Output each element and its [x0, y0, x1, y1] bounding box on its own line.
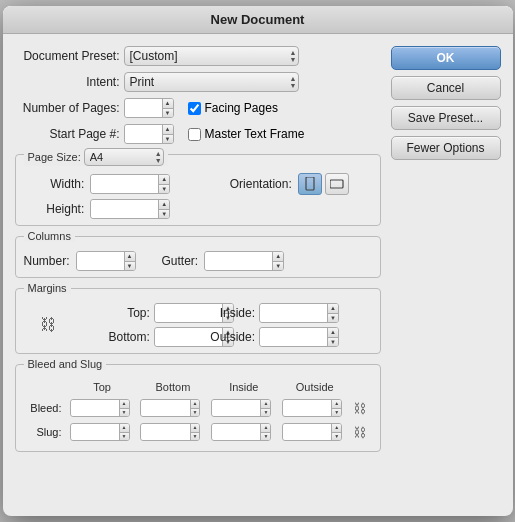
inside-down[interactable]: ▼: [328, 314, 338, 323]
width-input[interactable]: 210 mm: [91, 175, 158, 193]
bleed-outside-stepper[interactable]: 0 mm ▲ ▼: [282, 399, 342, 417]
slug-chain-icon[interactable]: ⛓: [353, 425, 366, 440]
bleed-top-cell[interactable]: 0 mm ▲ ▼: [68, 397, 137, 419]
width-down[interactable]: ▼: [159, 185, 169, 194]
page-size-section: Page Size: A4 ▲▼ Width: 210 mm: [15, 154, 381, 226]
slug-inside-input[interactable]: 0 mm: [212, 424, 260, 440]
sb-down[interactable]: ▼: [191, 433, 200, 441]
slug-inside-stepper[interactable]: 0 mm ▲ ▼: [211, 423, 271, 441]
bi-up[interactable]: ▲: [261, 400, 270, 409]
width-up[interactable]: ▲: [159, 175, 169, 185]
height-stepper[interactable]: 297 mm ▲ ▼: [90, 199, 170, 219]
page-size-content: Width: 210 mm ▲ ▼ Orientation:: [24, 163, 372, 219]
columns-number-stepper[interactable]: 1 ▲ ▼: [76, 251, 136, 271]
bleed-inside-cell[interactable]: 0 mm ▲ ▼: [209, 397, 278, 419]
bt-up[interactable]: ▲: [120, 400, 129, 409]
start-page-stepper[interactable]: 1 ▲ ▼: [124, 124, 174, 144]
bo-down[interactable]: ▼: [332, 409, 341, 417]
bleed-bottom-stepper[interactable]: 0 mm ▲ ▼: [140, 399, 200, 417]
cancel-button[interactable]: Cancel: [391, 76, 501, 100]
orientation-label: Orientation:: [207, 177, 292, 191]
start-page-up[interactable]: ▲: [163, 125, 173, 135]
slug-link-cell[interactable]: ⛓: [351, 421, 369, 443]
slug-top-input[interactable]: 0 mm: [71, 424, 119, 440]
link-icon-margins[interactable]: ⛓: [24, 316, 72, 334]
columns-up[interactable]: ▲: [125, 252, 135, 262]
columns-section: Columns Number: 1 ▲ ▼ Gutter:: [15, 236, 381, 278]
outside-down[interactable]: ▼: [328, 338, 338, 347]
slug-outside-stepper[interactable]: 0 mm ▲ ▼: [282, 423, 342, 441]
facing-pages-row: Facing Pages: [188, 101, 278, 115]
slug-bottom-cell[interactable]: 0 mm ▲ ▼: [138, 421, 207, 443]
sb-up[interactable]: ▲: [191, 424, 200, 433]
width-stepper[interactable]: 210 mm ▲ ▼: [90, 174, 170, 194]
save-preset-button[interactable]: Save Preset...: [391, 106, 501, 130]
si-down[interactable]: ▼: [261, 433, 270, 441]
page-size-select[interactable]: A4: [84, 148, 164, 166]
slug-inside-cell[interactable]: 0 mm ▲ ▼: [209, 421, 278, 443]
slug-bottom-stepper[interactable]: 0 mm ▲ ▼: [140, 423, 200, 441]
num-pages-stepper[interactable]: 8 ▲ ▼: [124, 98, 174, 118]
landscape-button[interactable]: [325, 173, 349, 195]
fewer-options-button[interactable]: Fewer Options: [391, 136, 501, 160]
bleed-bottom-cell[interactable]: 0 mm ▲ ▼: [138, 397, 207, 419]
start-page-input[interactable]: 1: [125, 125, 162, 143]
so-down[interactable]: ▼: [332, 433, 341, 441]
slug-outside-cell[interactable]: 0 mm ▲ ▼: [280, 421, 349, 443]
bleed-inside-stepper[interactable]: 0 mm ▲ ▼: [211, 399, 271, 417]
outside-up[interactable]: ▲: [328, 328, 338, 338]
start-page-down[interactable]: ▼: [163, 135, 173, 144]
inside-margin-stepper[interactable]: 12.7 mm ▲ ▼: [259, 303, 339, 323]
inside-margin-input[interactable]: 12.7 mm: [260, 304, 327, 322]
gutter-down[interactable]: ▼: [273, 262, 283, 271]
bleed-outside-cell[interactable]: 0 mm ▲ ▼: [280, 397, 349, 419]
gutter-input[interactable]: 4.233 mm: [205, 252, 272, 270]
num-pages-input[interactable]: 8: [125, 99, 162, 117]
document-preset-select[interactable]: [Custom]: [124, 46, 299, 66]
bleed-top-stepper[interactable]: 0 mm ▲ ▼: [70, 399, 130, 417]
margins-content: Top: 12.7 mm ▲ ▼ ⛓ Inside: 12.7 mm: [24, 297, 372, 347]
height-input[interactable]: 297 mm: [91, 200, 158, 218]
slug-bottom-input[interactable]: 0 mm: [141, 424, 189, 440]
gutter-stepper[interactable]: 4.233 mm ▲ ▼: [204, 251, 284, 271]
facing-pages-label: Facing Pages: [205, 101, 278, 115]
columns-down[interactable]: ▼: [125, 262, 135, 271]
bleed-inside-input[interactable]: 0 mm: [212, 400, 260, 416]
num-pages-up[interactable]: ▲: [163, 99, 173, 109]
portrait-button[interactable]: [298, 173, 322, 195]
bleed-outside-input[interactable]: 0 mm: [283, 400, 331, 416]
bb-up[interactable]: ▲: [191, 400, 200, 409]
bleed-chain-icon[interactable]: ⛓: [353, 401, 366, 416]
columns-number-input[interactable]: 1: [77, 252, 124, 270]
inside-up[interactable]: ▲: [328, 304, 338, 314]
height-arrows: ▲ ▼: [158, 200, 169, 218]
ok-button[interactable]: OK: [391, 46, 501, 70]
bleed-link-cell[interactable]: ⛓: [351, 397, 369, 419]
slug-top-stepper[interactable]: 0 mm ▲ ▼: [70, 423, 130, 441]
bb-down[interactable]: ▼: [191, 409, 200, 417]
bleed-bottom-input[interactable]: 0 mm: [141, 400, 189, 416]
intent-select[interactable]: Print: [124, 72, 299, 92]
outside-margin-stepper[interactable]: 12. ▲ ▼: [259, 327, 339, 347]
col-inside-header: Inside: [209, 381, 278, 395]
si-up[interactable]: ▲: [261, 424, 270, 433]
height-up[interactable]: ▲: [159, 200, 169, 210]
slug-top-cell[interactable]: 0 mm ▲ ▼: [68, 421, 137, 443]
gutter-up[interactable]: ▲: [273, 252, 283, 262]
so-up[interactable]: ▲: [332, 424, 341, 433]
bo-up[interactable]: ▲: [332, 400, 341, 409]
intent-row: Intent: Print ▲▼: [15, 72, 381, 92]
slug-outside-input[interactable]: 0 mm: [283, 424, 331, 440]
st-up[interactable]: ▲: [120, 424, 129, 433]
master-text-frame-checkbox[interactable]: [188, 128, 201, 141]
start-page-label: Start Page #:: [15, 127, 120, 141]
st-down[interactable]: ▼: [120, 433, 129, 441]
bi-down[interactable]: ▼: [261, 409, 270, 417]
bleed-top-input[interactable]: 0 mm: [71, 400, 119, 416]
bt-down[interactable]: ▼: [120, 409, 129, 417]
num-pages-down[interactable]: ▼: [163, 109, 173, 118]
height-down[interactable]: ▼: [159, 210, 169, 219]
chain-icon[interactable]: ⛓: [40, 316, 56, 334]
facing-pages-checkbox[interactable]: [188, 102, 201, 115]
outside-margin-input[interactable]: 12.: [260, 328, 327, 346]
